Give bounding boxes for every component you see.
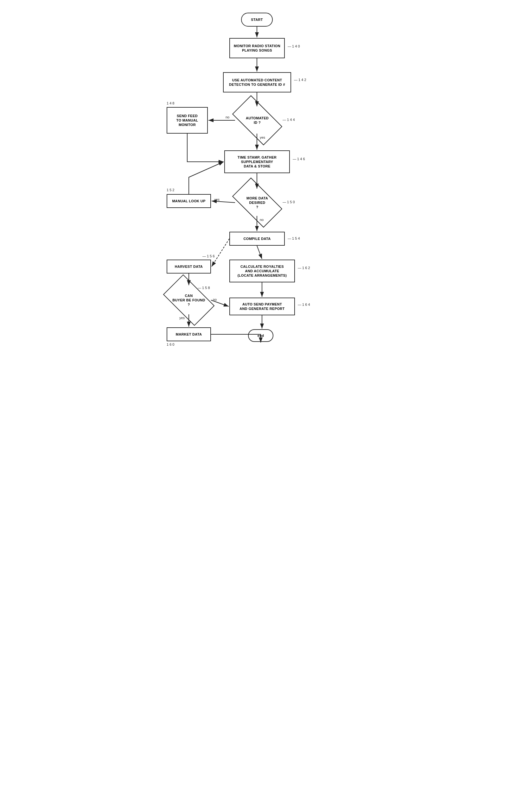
ref-162: — 1 6 2: [298, 266, 310, 270]
ref-150: — 1 5 0: [282, 200, 295, 204]
svg-line-10: [257, 246, 262, 259]
node-150: MORE DATADESIRED?: [235, 189, 279, 216]
node-148: SEND FEEDTO MANUALMONITOR: [167, 107, 208, 134]
node-160-label: MARKET DATA: [176, 332, 202, 337]
node-152: MANUAL LOOK UP: [167, 194, 211, 208]
node-146: TIME STAMP, GATHERSUPPLEMENTARYDATA & ST…: [224, 150, 290, 173]
ref-140: — 1 4 0: [288, 44, 300, 48]
flowchart-diagram: START MONITOR RADIO STATIONPLAYING SONGS…: [151, 6, 366, 354]
ref-164: — 1 6 4: [298, 302, 310, 307]
node-152-label: MANUAL LOOK UP: [172, 199, 205, 203]
node-140: MONITOR RADIO STATIONPLAYING SONGS: [229, 38, 285, 58]
node-140-label: MONITOR RADIO STATIONPLAYING SONGS: [234, 44, 280, 53]
yes-label-158: yes: [179, 316, 185, 320]
ref-160: 1 6 0: [167, 343, 174, 346]
node-150-label: MORE DATADESIRED?: [246, 196, 268, 209]
node-160: MARKET DATA: [167, 327, 211, 341]
svg-line-11: [212, 239, 229, 266]
node-156-label: HARVEST DATA: [175, 264, 203, 269]
no-label-158: no: [213, 297, 217, 301]
node-144-label: AUTOMATEDID ?: [246, 116, 269, 125]
ref-148: 1 4 8: [167, 101, 174, 105]
node-156: HARVEST DATA: [167, 260, 211, 273]
end-node: end: [248, 329, 273, 342]
start-node: START: [241, 13, 273, 27]
no-label-150: no: [260, 218, 264, 222]
ref-156: — 1 5 6: [202, 254, 215, 258]
node-148-label: SEND FEEDTO MANUALMONITOR: [176, 114, 198, 127]
node-158: CANBUYER BE FOUND?: [167, 286, 211, 314]
start-label: START: [251, 18, 263, 22]
yes-label-144: yes: [260, 136, 265, 139]
ref-158: — 1 5 8: [198, 286, 210, 290]
ref-152: 1 5 2: [167, 188, 174, 192]
ref-154: — 1 5 4: [288, 236, 300, 240]
end-label: end: [257, 334, 264, 338]
node-154-label: COMPILE DATA: [243, 236, 271, 241]
node-164: AUTO SEND PAYMENTAND GENERATE REPORT: [229, 297, 295, 315]
node-162: CALCULATE ROYALTIESAND ACCUMULATE(LOCATE…: [229, 260, 295, 282]
ref-144: — 1 4 4: [282, 118, 295, 121]
ref-142: — 1 4 2: [294, 78, 306, 82]
node-154: COMPILE DATA: [229, 232, 285, 246]
node-164-label: AUTO SEND PAYMENTAND GENERATE REPORT: [240, 302, 284, 311]
node-144: AUTOMATEDID ?: [235, 107, 279, 134]
no-label-144: no: [225, 115, 229, 119]
node-162-label: CALCULATE ROYALTIESAND ACCUMULATE(LOCATE…: [238, 264, 287, 278]
node-142: USE AUTOMATED CONTENTDETECTION TO GENERA…: [223, 72, 291, 92]
node-142-label: USE AUTOMATED CONTENTDETECTION TO GENERA…: [229, 78, 285, 87]
ref-146: — 1 4 6: [293, 157, 305, 161]
node-158-label: CANBUYER BE FOUND?: [172, 293, 205, 307]
yes-label-150: yes: [214, 198, 220, 201]
node-146-label: TIME STAMP, GATHERSUPPLEMENTARYDATA & ST…: [238, 155, 277, 169]
